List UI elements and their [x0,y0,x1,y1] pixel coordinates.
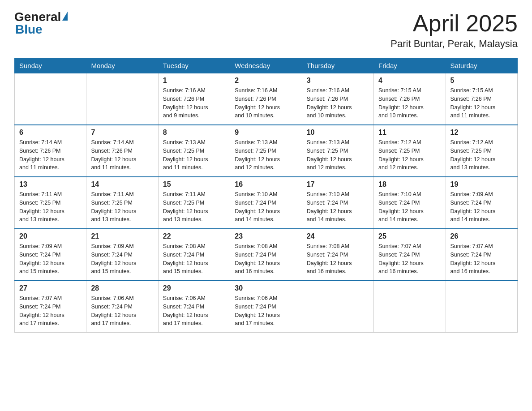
calendar-day-cell: 8Sunrise: 7:13 AM Sunset: 7:25 PM Daylig… [158,125,230,177]
title-block: April 2025 Parit Buntar, Perak, Malaysia [390,11,518,50]
calendar-day-cell: 10Sunrise: 7:13 AM Sunset: 7:25 PM Dayli… [302,125,373,177]
day-info: Sunrise: 7:13 AM Sunset: 7:25 PM Dayligh… [163,138,225,172]
day-info: Sunrise: 7:07 AM Sunset: 7:24 PM Dayligh… [450,242,513,276]
calendar-day-cell [15,73,86,125]
day-info: Sunrise: 7:08 AM Sunset: 7:24 PM Dayligh… [307,242,369,276]
day-number: 13 [19,180,82,188]
calendar-table: SundayMondayTuesdayWednesdayThursdayFrid… [14,58,518,333]
calendar-week-row: 6Sunrise: 7:14 AM Sunset: 7:26 PM Daylig… [15,125,518,177]
day-number: 2 [235,77,297,85]
weekday-header-tuesday: Tuesday [158,58,230,73]
day-number: 21 [91,232,153,240]
day-info: Sunrise: 7:08 AM Sunset: 7:24 PM Dayligh… [163,242,225,276]
day-info: Sunrise: 7:16 AM Sunset: 7:26 PM Dayligh… [163,86,225,120]
calendar-day-cell [374,281,446,333]
weekday-header-monday: Monday [86,58,158,73]
calendar-day-cell: 20Sunrise: 7:09 AM Sunset: 7:24 PM Dayli… [15,229,86,281]
weekday-header-saturday: Saturday [446,58,517,73]
day-info: Sunrise: 7:09 AM Sunset: 7:24 PM Dayligh… [91,242,153,276]
calendar-day-cell: 13Sunrise: 7:11 AM Sunset: 7:25 PM Dayli… [15,177,86,229]
calendar-day-cell: 21Sunrise: 7:09 AM Sunset: 7:24 PM Dayli… [86,229,158,281]
day-number: 22 [163,232,225,240]
day-number: 29 [163,284,225,292]
logo: General Blue [14,11,68,36]
day-info: Sunrise: 7:11 AM Sunset: 7:25 PM Dayligh… [19,190,82,224]
calendar-week-row: 20Sunrise: 7:09 AM Sunset: 7:24 PM Dayli… [15,229,518,281]
day-number: 11 [378,128,441,137]
day-info: Sunrise: 7:07 AM Sunset: 7:24 PM Dayligh… [378,242,441,276]
calendar-day-cell: 14Sunrise: 7:11 AM Sunset: 7:25 PM Dayli… [86,177,158,229]
day-number: 19 [450,180,513,188]
day-number: 5 [450,77,513,85]
main-title: April 2025 [390,11,518,36]
calendar-week-row: 13Sunrise: 7:11 AM Sunset: 7:25 PM Dayli… [15,177,518,229]
calendar-day-cell: 1Sunrise: 7:16 AM Sunset: 7:26 PM Daylig… [158,73,230,125]
day-info: Sunrise: 7:12 AM Sunset: 7:25 PM Dayligh… [450,138,513,172]
day-number: 8 [163,128,225,137]
day-info: Sunrise: 7:13 AM Sunset: 7:25 PM Dayligh… [235,138,297,172]
calendar-day-cell: 7Sunrise: 7:14 AM Sunset: 7:26 PM Daylig… [86,125,158,177]
day-number: 25 [378,232,441,240]
day-number: 10 [307,128,369,137]
logo-blue: Blue [15,22,43,36]
calendar-day-cell: 15Sunrise: 7:11 AM Sunset: 7:25 PM Dayli… [158,177,230,229]
day-number: 14 [91,180,153,188]
calendar-day-cell: 23Sunrise: 7:08 AM Sunset: 7:24 PM Dayli… [230,229,302,281]
calendar-day-cell: 3Sunrise: 7:16 AM Sunset: 7:26 PM Daylig… [302,73,373,125]
day-info: Sunrise: 7:07 AM Sunset: 7:24 PM Dayligh… [19,294,82,328]
logo-general: General [14,11,61,23]
day-info: Sunrise: 7:14 AM Sunset: 7:26 PM Dayligh… [91,138,153,172]
day-info: Sunrise: 7:16 AM Sunset: 7:26 PM Dayligh… [235,86,297,120]
calendar-day-cell: 17Sunrise: 7:10 AM Sunset: 7:24 PM Dayli… [302,177,373,229]
day-number: 26 [450,232,513,240]
calendar-day-cell: 16Sunrise: 7:10 AM Sunset: 7:24 PM Dayli… [230,177,302,229]
subtitle: Parit Buntar, Perak, Malaysia [390,38,518,50]
calendar-day-cell [86,73,158,125]
weekday-header-wednesday: Wednesday [230,58,302,73]
day-info: Sunrise: 7:08 AM Sunset: 7:24 PM Dayligh… [235,242,297,276]
day-info: Sunrise: 7:11 AM Sunset: 7:25 PM Dayligh… [163,190,225,224]
calendar-day-cell: 28Sunrise: 7:06 AM Sunset: 7:24 PM Dayli… [86,281,158,333]
calendar-day-cell: 6Sunrise: 7:14 AM Sunset: 7:26 PM Daylig… [15,125,86,177]
calendar-day-cell: 19Sunrise: 7:09 AM Sunset: 7:24 PM Dayli… [446,177,517,229]
calendar-day-cell: 27Sunrise: 7:07 AM Sunset: 7:24 PM Dayli… [15,281,86,333]
calendar-day-cell [446,281,517,333]
day-number: 15 [163,180,225,188]
calendar-day-cell: 4Sunrise: 7:15 AM Sunset: 7:26 PM Daylig… [374,73,446,125]
day-number: 12 [450,128,513,137]
day-number: 9 [235,128,297,137]
day-info: Sunrise: 7:13 AM Sunset: 7:25 PM Dayligh… [307,138,369,172]
day-info: Sunrise: 7:10 AM Sunset: 7:24 PM Dayligh… [307,190,369,224]
day-info: Sunrise: 7:15 AM Sunset: 7:26 PM Dayligh… [450,86,513,120]
weekday-header-thursday: Thursday [302,58,373,73]
calendar-day-cell: 24Sunrise: 7:08 AM Sunset: 7:24 PM Dayli… [302,229,373,281]
weekday-header-row: SundayMondayTuesdayWednesdayThursdayFrid… [15,58,518,73]
day-info: Sunrise: 7:14 AM Sunset: 7:26 PM Dayligh… [19,138,82,172]
calendar-week-row: 27Sunrise: 7:07 AM Sunset: 7:24 PM Dayli… [15,281,518,333]
calendar-day-cell: 2Sunrise: 7:16 AM Sunset: 7:26 PM Daylig… [230,73,302,125]
day-info: Sunrise: 7:15 AM Sunset: 7:26 PM Dayligh… [378,86,441,120]
page-header: General Blue April 2025 Parit Buntar, Pe… [14,11,518,50]
calendar-day-cell: 9Sunrise: 7:13 AM Sunset: 7:25 PM Daylig… [230,125,302,177]
calendar-day-cell: 29Sunrise: 7:06 AM Sunset: 7:24 PM Dayli… [158,281,230,333]
weekday-header-friday: Friday [374,58,446,73]
calendar-day-cell: 12Sunrise: 7:12 AM Sunset: 7:25 PM Dayli… [446,125,517,177]
day-info: Sunrise: 7:11 AM Sunset: 7:25 PM Dayligh… [91,190,153,224]
day-number: 3 [307,77,369,85]
day-number: 4 [378,77,441,85]
day-info: Sunrise: 7:09 AM Sunset: 7:24 PM Dayligh… [19,242,82,276]
day-number: 27 [19,284,82,292]
day-info: Sunrise: 7:10 AM Sunset: 7:24 PM Dayligh… [378,190,441,224]
day-number: 30 [235,284,297,292]
day-number: 17 [307,180,369,188]
day-number: 7 [91,128,153,137]
calendar-day-cell: 5Sunrise: 7:15 AM Sunset: 7:26 PM Daylig… [446,73,517,125]
calendar-day-cell: 18Sunrise: 7:10 AM Sunset: 7:24 PM Dayli… [374,177,446,229]
calendar-day-cell: 22Sunrise: 7:08 AM Sunset: 7:24 PM Dayli… [158,229,230,281]
calendar-day-cell: 30Sunrise: 7:06 AM Sunset: 7:24 PM Dayli… [230,281,302,333]
day-info: Sunrise: 7:09 AM Sunset: 7:24 PM Dayligh… [450,190,513,224]
calendar-header: SundayMondayTuesdayWednesdayThursdayFrid… [15,58,518,73]
day-number: 16 [235,180,297,188]
day-number: 28 [91,284,153,292]
logo-triangle-icon [62,12,68,21]
